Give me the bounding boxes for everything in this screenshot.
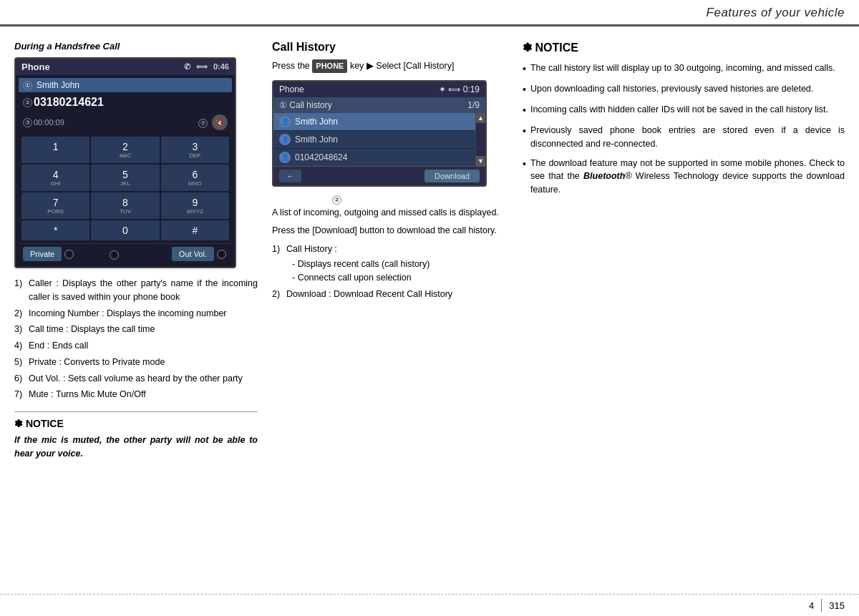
ps2-back-button[interactable]: ← xyxy=(279,170,301,182)
ps2-name-1: Smith John xyxy=(295,117,338,127)
desc-6-num: 6) xyxy=(14,372,29,386)
main-content: During a Handsfree Call Phone ✆ ⟺ 0:46 ①… xyxy=(0,26,859,571)
desc-2-text: Incoming Number : Displays the incoming … xyxy=(29,307,227,321)
footer-divider xyxy=(821,599,822,612)
notice-item-4: Previously saved phone book entries are … xyxy=(523,124,845,151)
caller-name: Smith John xyxy=(37,80,79,90)
private-section: Private ⑤ xyxy=(23,247,75,261)
desc-7-text: Mute : Turns Mic Mute On/Off xyxy=(29,388,146,401)
grid-8: 8TUV xyxy=(91,192,159,219)
desc-7-num: 7) xyxy=(14,388,29,401)
scroll-up-btn[interactable]: ▲ xyxy=(476,113,485,123)
circle-4: ④ xyxy=(110,250,119,260)
circle-2-left: ② xyxy=(23,98,32,107)
left-section-title: During a Handsfree Call xyxy=(14,41,258,52)
notice-item-2: Upon downloading call histories, previou… xyxy=(523,82,845,97)
phone-number: 03180214621 xyxy=(34,96,104,109)
grid-star: * xyxy=(21,220,89,240)
notice-item-3: Incoming calls with hidden caller IDs wi… xyxy=(523,103,845,118)
right-notice-list: The call history list will display up to… xyxy=(523,62,845,197)
ps2-phone-label: Phone xyxy=(279,84,304,94)
phone-row-2: ② 03180214621 xyxy=(19,94,232,111)
mid-list-2-text: Download : Download Recent Call History xyxy=(286,288,452,301)
ps2-list: 👤 Smith John 👤 Smith John 👤 01042048624 xyxy=(273,113,475,166)
phone-grid: 1 2ABC 3DEF 4GHI 5JKL 6MNO 7PORS 8TUV 9W… xyxy=(19,134,232,243)
mid-list-1-num: 1) xyxy=(272,243,286,284)
press-instruction: Press the PHONE key ▶ Select [Call Histo… xyxy=(272,59,508,73)
desc-4-num: 4) xyxy=(14,339,29,353)
desc-3-text: Call time : Displays the call time xyxy=(29,323,155,336)
grid-9: 9WXYZ xyxy=(161,192,229,219)
desc-3: 3) Call time : Displays the call time xyxy=(14,323,258,336)
call-history-title: Call History xyxy=(272,41,508,54)
left-notice-body: If the mic is muted, the other party wil… xyxy=(14,434,258,461)
ps2-row-highlighted: 👤 Smith John xyxy=(273,113,475,130)
phone-body-1: ① Smith John ② 03180214621 ③ 00:00:09 ⑦ … xyxy=(16,75,235,267)
mute-icon: 🔇 xyxy=(212,114,228,130)
notice-1-text: The call history list will display up to… xyxy=(530,62,835,77)
page-footer: 4 315 xyxy=(0,594,859,616)
circle-7-label: ⑦ xyxy=(198,117,209,128)
desc-1-num: 1) xyxy=(14,277,29,304)
circle-7: ⑦ xyxy=(198,119,208,128)
desc-1-text: Caller : Displays the other party's name… xyxy=(29,277,258,304)
phone-row-3: ③ 00:00:09 ⑦ 🔇 xyxy=(19,112,232,132)
ps2-header: Phone ✶ ⟺ 0:19 xyxy=(273,82,485,97)
phone-row-1: ① Smith John xyxy=(19,78,232,92)
desc-3-num: 3) xyxy=(14,323,29,336)
outvol-section: Out Vol. ⑥ xyxy=(172,247,228,261)
desc-4: 4) End : Ends call xyxy=(14,339,258,353)
mid-list-1-content: Call History : - Displays recent calls (… xyxy=(286,243,430,284)
ps2-icon-star: ✶ xyxy=(439,84,446,94)
desc-6: 6) Out Vol. : Sets call volume as heard … xyxy=(14,372,258,386)
right-notice-title: ✽ NOTICE xyxy=(523,41,845,54)
outvol-btn[interactable]: Out Vol. xyxy=(172,247,214,261)
grid-0: 0 xyxy=(91,220,159,240)
back-arrow: ← xyxy=(286,172,294,180)
circle-3: ③ xyxy=(23,118,32,127)
phone-header-1: Phone ✆ ⟺ 0:46 xyxy=(16,59,235,75)
sub-1: - Displays recent calls (call history) xyxy=(292,258,430,271)
call-time: 00:00:09 xyxy=(34,118,64,127)
page-number: 4 315 xyxy=(809,599,845,612)
ps2-time: 0:19 xyxy=(463,84,480,94)
desc-6-text: Out Vol. : Sets call volume as heard by … xyxy=(29,372,243,386)
mid-list-1-text: Call History : xyxy=(286,244,337,254)
desc-5-num: 5) xyxy=(14,356,29,369)
scroll-down-btn[interactable]: ▼ xyxy=(476,156,485,166)
notice-2-text: Upon downloading call histories, previou… xyxy=(530,82,813,97)
circle-2-row: ② xyxy=(272,195,508,205)
private-btn[interactable]: Private xyxy=(23,247,62,261)
mid-list-1-sub: - Displays recent calls (call history) -… xyxy=(286,258,430,285)
left-column: During a Handsfree Call Phone ✆ ⟺ 0:46 ①… xyxy=(14,41,258,564)
notice-4-text: Previously saved phone book entries are … xyxy=(530,124,845,151)
phone-bottom-1: Private ⑤ ④ Out Vol. ⑥ xyxy=(19,243,232,264)
phone-icons-1: ✆ ⟺ 0:46 xyxy=(184,62,229,72)
header-title: Features of your vehicle xyxy=(707,6,845,20)
ps2-page-count: 1/9 xyxy=(467,100,480,110)
desc-2-num: 2) xyxy=(14,307,29,321)
ps2-name-3: 01042048624 xyxy=(295,152,347,162)
ps2-icon-bt: ⟺ xyxy=(448,84,460,94)
phone-icon-call: ✆ xyxy=(184,62,190,72)
chapter-num: 4 xyxy=(809,600,814,611)
desc-7: 7) Mute : Turns Mic Mute On/Off xyxy=(14,388,258,401)
ps2-history-row: ① Call history 1/9 xyxy=(273,97,485,113)
desc-4-text: End : Ends call xyxy=(29,339,88,353)
circle-2-mid: ② xyxy=(332,195,341,205)
grid-4: 4GHI xyxy=(21,165,89,191)
notice-3-text: Incoming calls with hidden caller IDs wi… xyxy=(530,103,828,118)
ps2-footer: ← Download xyxy=(273,166,485,185)
mid-list-2-num: 2) xyxy=(272,288,286,301)
grid-2: 2ABC xyxy=(91,137,159,163)
ps2-row-3: 👤 01042048624 xyxy=(273,148,475,166)
grid-3: 3DEF xyxy=(161,137,229,163)
phone-label-1: Phone xyxy=(21,62,50,72)
phone-key-badge: PHONE xyxy=(312,59,347,73)
grid-1: 1 xyxy=(21,137,89,163)
desc-1: 1) Caller : Displays the other party's n… xyxy=(14,277,258,304)
mid-list-1: 1) Call History : - Displays recent call… xyxy=(272,243,508,284)
phone-time-1: 0:46 xyxy=(213,62,229,72)
ps2-header-icons: ✶ ⟺ 0:19 xyxy=(439,84,480,94)
ps2-download-button[interactable]: Download xyxy=(424,170,480,182)
